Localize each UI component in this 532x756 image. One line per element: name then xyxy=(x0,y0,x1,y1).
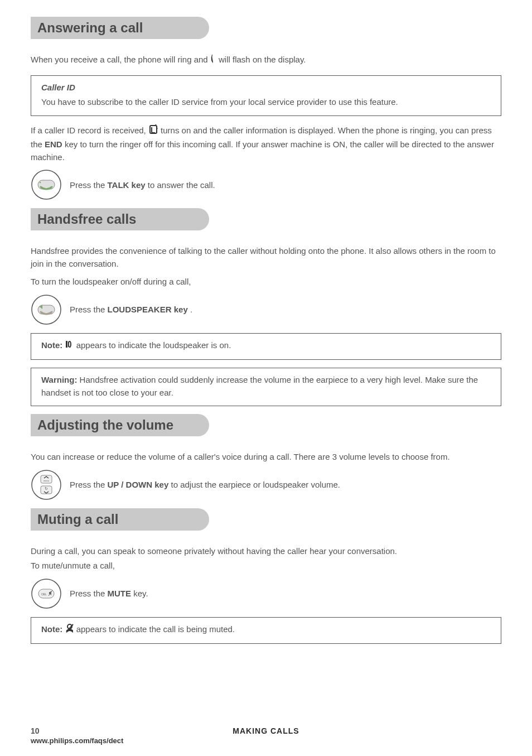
note-text: appears to indicate the call is being mu… xyxy=(76,624,235,634)
talk-key-step: Press the TALK key to answer the call. xyxy=(31,169,501,200)
callerid-text: You have to subscribe to the caller ID s… xyxy=(41,96,491,109)
speaker-on-icon xyxy=(65,339,74,353)
answering-intro: When you receive a call, the phone will … xyxy=(31,54,501,68)
mute-key-label: MUTE xyxy=(108,589,132,598)
loudspeaker-button-icon xyxy=(31,294,62,325)
loudspeaker-key-step: Press the LOUDSPEAKER key . xyxy=(31,294,501,325)
footer-url: www.philips.com/faqs/dect xyxy=(31,736,501,745)
callerid-icon xyxy=(148,124,158,139)
svg-rect-2 xyxy=(38,180,55,189)
section-title-handsfree: Handsfree calls xyxy=(31,208,209,230)
svg-text:menu: menu xyxy=(43,479,49,482)
updown-step-text: Press the UP / DOWN key to adjust the ea… xyxy=(70,480,340,489)
text: key. xyxy=(133,589,148,598)
talk-button-icon xyxy=(31,169,62,200)
muting-intro: During a call, you can speak to someone … xyxy=(31,545,501,558)
footer-center: MAKING CALLS xyxy=(64,726,468,735)
page-footer: 10 MAKING CALLS www.philips.com/faqs/dec… xyxy=(31,726,501,745)
end-key-label: END xyxy=(45,139,62,149)
callerid-title: Caller ID xyxy=(41,81,491,94)
ring-icon xyxy=(210,54,216,68)
updown-key-step: menu ↻ Press the UP / DOWN key to adjust… xyxy=(31,469,501,500)
text: Press the xyxy=(70,180,108,190)
updown-button-icon: menu ↻ xyxy=(31,469,62,500)
svg-point-3 xyxy=(40,182,41,183)
section-title-volume: Adjusting the volume xyxy=(31,414,209,436)
note-text: appears to indicate the loudspeaker is o… xyxy=(76,340,231,350)
svg-rect-6 xyxy=(66,341,67,348)
updown-key-label: UP / DOWN key xyxy=(108,480,169,489)
handsfree-intro: Handsfree provides the convenience of ta… xyxy=(31,245,501,270)
muting-tomute: To mute/unmute a call, xyxy=(31,560,501,572)
mute-key-step: DEL Press the MUTE key. xyxy=(31,578,501,609)
talk-key-label: TALK key xyxy=(108,180,146,190)
warning-label: Warning: xyxy=(41,375,77,384)
text: to adjust the earpiece or loudspeaker vo… xyxy=(171,480,340,489)
note-label: Note: xyxy=(41,340,65,350)
text: Press the xyxy=(70,305,108,314)
handsfree-note: Note: appears to indicate the loudspeake… xyxy=(31,333,501,360)
text: . xyxy=(190,305,192,314)
text: When you receive a call, the phone will … xyxy=(31,55,210,64)
volume-intro: You can increase or reduce the volume of… xyxy=(31,451,501,464)
section-title-muting: Muting a call xyxy=(31,508,209,531)
answering-record: If a caller ID record is received, turns… xyxy=(31,124,501,164)
loudspeaker-step-text: Press the LOUDSPEAKER key . xyxy=(70,305,192,314)
note-label: Note: xyxy=(41,624,65,634)
text: Press the xyxy=(70,589,108,598)
loudspeaker-key-label: LOUDSPEAKER key xyxy=(108,305,188,314)
text: will flash on the display. xyxy=(219,55,306,64)
text: to answer the call. xyxy=(148,180,215,190)
handsfree-toturn: To turn the loudspeaker on/off during a … xyxy=(31,276,501,288)
text: Press the xyxy=(70,480,108,489)
svg-text:↻: ↻ xyxy=(45,487,48,490)
text: key to turn the ringer off for this inco… xyxy=(31,139,494,162)
svg-text:DEL: DEL xyxy=(41,593,47,596)
warning-text: Handsfree activation could suddenly incr… xyxy=(41,375,478,397)
page-number: 10 xyxy=(31,726,64,735)
muting-note: Note: appears to indicate the call is be… xyxy=(31,617,501,644)
handsfree-warning: Warning: Handsfree activation could sudd… xyxy=(31,368,501,406)
mute-step-text: Press the MUTE key. xyxy=(70,589,148,598)
mute-status-icon xyxy=(65,623,74,637)
svg-rect-0 xyxy=(150,126,157,133)
text: If a caller ID record is received, xyxy=(31,126,148,135)
section-title-answering: Answering a call xyxy=(31,17,209,39)
callerid-callout: Caller ID You have to subscribe to the c… xyxy=(31,75,501,116)
mute-button-icon: DEL xyxy=(31,578,62,609)
talk-step-text: Press the TALK key to answer the call. xyxy=(70,180,215,190)
svg-point-7 xyxy=(32,470,61,499)
